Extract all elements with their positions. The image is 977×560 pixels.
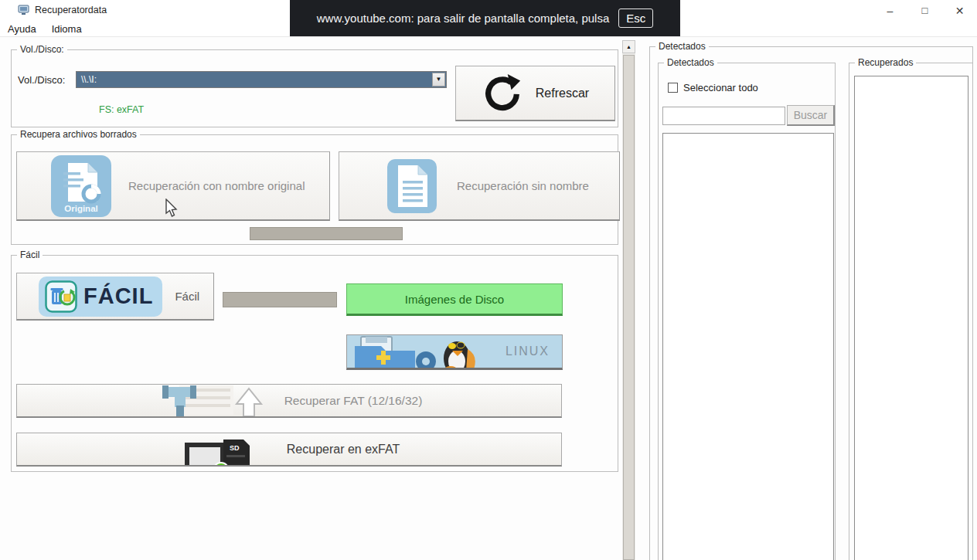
facil-button[interactable]: FÁCIL Fácil [16,273,214,321]
disk-images-label: Imágenes de Disco [405,293,504,306]
recover-exfat-label: Recuperar en exFAT [287,443,400,456]
recover-exfat-button[interactable]: SD i Recuperar en exFAT [16,433,562,467]
recover-group-title: Recupera archivos borrados [17,129,140,141]
linux-penguin-illustration [347,335,502,370]
toast-message: www.youtube.com: para salir de pantalla … [317,12,610,25]
detected-inner-group: Detectados Seleccionar todo Buscar [658,63,836,560]
volume-group: Vol./Disco: Vol./Disco: \\.\I: ▼ FS: exF… [11,49,618,127]
volume-group-title: Vol./Disco: [17,44,67,56]
detected-outer-group: Detectados Detectados Seleccionar todo B… [649,46,973,560]
vertical-scrollbar[interactable]: ▲ [622,40,635,560]
recuperatordata-window: Recuperatordata – □ ✕ Ayuda Idioma www.y… [0,0,977,560]
minimize-button[interactable]: – [873,0,907,21]
recover-fat-label: Recuperar FAT (12/16/32) [284,394,423,408]
fat-pipe-arrow-icon [156,384,264,418]
select-all-row[interactable]: Seleccionar todo [668,82,758,93]
linux-button[interactable]: LINUX [346,334,563,370]
window-title: Recuperatordata [35,5,107,15]
facil-side-label: Fácil [175,290,199,303]
trash-recycle-icon [45,280,77,313]
recover-noname-label: Recuperación sin nombre [457,179,589,192]
scrollbar-up-icon[interactable]: ▲ [622,40,635,53]
select-all-checkbox[interactable] [668,83,678,93]
detected-outer-title: Detectados [655,41,709,53]
volume-combobox[interactable]: \\.\I: ▼ [76,71,447,88]
refresh-button[interactable]: Refrescar [455,66,615,121]
document-original-icon: Original [51,155,111,217]
mouse-cursor-icon [165,199,179,219]
window-controls: – □ ✕ [873,0,977,21]
filesystem-label: FS: exFAT [99,104,144,115]
app-icon [18,5,30,15]
select-all-label: Seleccionar todo [683,82,758,93]
refresh-button-label: Refrescar [536,87,589,100]
progress-bar [223,292,337,307]
facil-pill: FÁCIL [39,277,162,317]
svg-text:SD: SD [230,444,240,452]
buscar-button-label: Buscar [794,109,828,121]
youtube-fullscreen-toast: www.youtube.com: para salir de pantalla … [290,0,680,36]
recovered-group: Recuperados [849,63,973,560]
recovered-group-title: Recuperados [855,57,916,69]
close-button[interactable]: ✕ [942,0,977,21]
recover-group: Recupera archivos borrados Original Recu… [11,134,618,245]
linux-label: LINUX [506,344,550,358]
original-tile-caption: Original [51,204,111,213]
document-icon [387,159,437,213]
menu-item-ayuda[interactable]: Ayuda [0,23,44,35]
menu-item-idioma[interactable]: Idioma [44,23,90,35]
volume-combobox-value: \\.\I: [81,74,97,85]
scrollbar-thumb[interactable] [623,55,635,560]
facil-group: Fácil FÁCIL Fácil Imágenes [11,255,618,472]
esc-key-hint: Esc [618,8,653,28]
recover-original-label: Recuperación con nombre original [128,179,305,192]
recover-fat-button[interactable]: Recuperar FAT (12/16/32) [16,384,562,418]
combobox-dropdown-icon[interactable]: ▼ [432,73,445,87]
buscar-button[interactable]: Buscar [787,105,835,126]
svg-text:i: i [219,466,221,467]
detected-inner-title: Detectados [664,57,717,69]
recover-noname-button[interactable]: Recuperación sin nombre [339,151,620,221]
detected-listbox[interactable] [662,133,834,560]
maximize-button[interactable]: □ [907,0,942,21]
sd-card-icon: SD i [179,438,264,467]
refresh-icon [482,73,523,114]
disk-images-button[interactable]: Imágenes de Disco [346,283,563,316]
facil-big-text: FÁCIL [83,283,153,309]
facil-group-title: Fácil [17,249,43,261]
progress-bar [250,227,403,240]
volume-field-label: Vol./Disco: [18,74,65,86]
search-input[interactable] [662,107,785,125]
recovered-listbox[interactable] [854,76,968,560]
